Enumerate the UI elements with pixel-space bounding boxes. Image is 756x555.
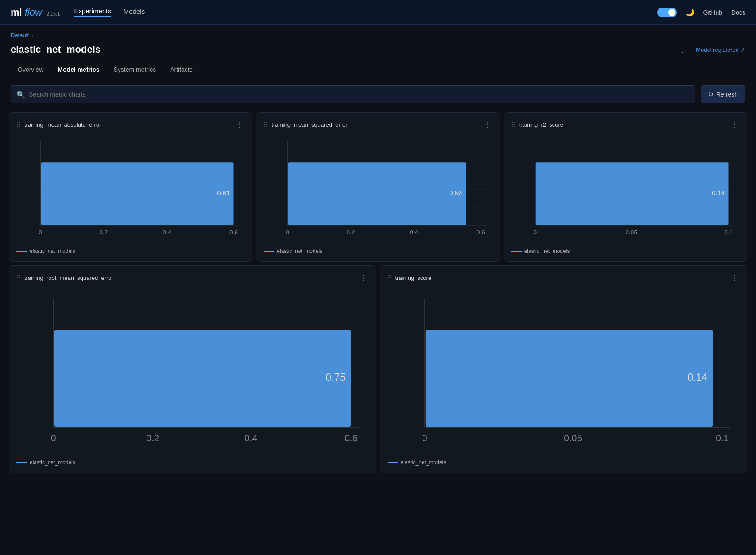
svg-rect-53 [425, 330, 713, 427]
chart-menu-button-3[interactable]: ⋮ [729, 120, 740, 130]
chart-header-1: ⠿ training_mean_absolute_error ⋮ [16, 120, 245, 130]
legend-label-3: elastic_net_models [524, 248, 570, 254]
chart-title-5: training_score [395, 275, 432, 281]
tab-model-metrics[interactable]: Model metrics [50, 62, 106, 78]
moon-icon: 🌙 [686, 8, 694, 16]
page-title: elastic_net_models [11, 44, 101, 55]
search-icon: 🔍 [16, 90, 25, 99]
chart-legend-1: elastic_net_models [16, 248, 245, 254]
breadcrumb-parent[interactable]: Default [11, 32, 29, 39]
chart-legend-5: elastic_net_models [388, 459, 740, 466]
chart-legend-4: elastic_net_models [16, 459, 369, 466]
charts-bottom-grid: ⠿ training_root_mean_squared_error ⋮ 0.7… [0, 264, 756, 482]
chart-title-row-4: ⠿ training_root_mean_squared_error [16, 274, 113, 281]
chart-svg-3: 0.14 0 0.05 0.1 elastic_net_models [511, 135, 740, 254]
legend-label-2: elastic_net_models [277, 248, 322, 254]
model-registered-label: Model registered [696, 47, 739, 53]
svg-text:0.61: 0.61 [217, 189, 230, 197]
chart-svg-5: 0.14 0 0.05 0.1 elastic_net_models [388, 288, 740, 466]
docs-link[interactable]: Docs [731, 9, 745, 16]
svg-rect-30 [535, 162, 728, 225]
chart-card-2: ⠿ training_mean_squared_error ⋮ 0.56 0 0… [256, 112, 500, 262]
svg-text:0.2: 0.2 [100, 229, 108, 236]
legend-label-4: elastic_net_models [30, 459, 75, 466]
chart-menu-button-2[interactable]: ⋮ [482, 120, 492, 130]
chart-legend-2: elastic_net_models [264, 248, 492, 254]
svg-text:0.6: 0.6 [477, 229, 485, 236]
drag-handle-4[interactable]: ⠿ [16, 274, 21, 281]
chart-title-row-5: ⠿ training_score [388, 274, 432, 281]
svg-text:0: 0 [533, 229, 537, 236]
chart-menu-button-4[interactable]: ⋮ [358, 273, 369, 283]
drag-handle-1[interactable]: ⠿ [16, 121, 21, 128]
svg-text:0.4: 0.4 [410, 229, 419, 236]
svg-text:0.14: 0.14 [712, 189, 725, 197]
chart-header-3: ⠿ training_r2_score ⋮ [511, 120, 740, 130]
svg-text:0.05: 0.05 [564, 433, 582, 443]
svg-text:0.1: 0.1 [716, 433, 729, 443]
svg-text:0: 0 [39, 229, 43, 236]
svg-text:0.14: 0.14 [687, 372, 707, 383]
svg-text:0.6: 0.6 [229, 229, 238, 236]
svg-rect-18 [288, 162, 466, 225]
tab-overview[interactable]: Overview [11, 62, 50, 78]
chart-card-4: ⠿ training_root_mean_squared_error ⋮ 0.7… [9, 265, 376, 473]
svg-text:0.2: 0.2 [347, 229, 355, 236]
svg-text:0.4: 0.4 [163, 229, 171, 236]
refresh-button[interactable]: ↻ Refresh [701, 85, 745, 103]
tabs: Overview Model metrics System metrics Ar… [0, 62, 756, 78]
drag-handle-3[interactable]: ⠿ [511, 121, 516, 128]
search-row: 🔍 ↻ Refresh [11, 85, 745, 103]
chart-legend-3: elastic_net_models [511, 248, 740, 254]
breadcrumb: Default › [11, 32, 745, 39]
legend-line-3 [511, 251, 522, 252]
chart-header-2: ⠿ training_mean_squared_error ⋮ [264, 120, 492, 130]
search-bar-area: 🔍 ↻ Refresh [0, 78, 756, 110]
drag-handle-2[interactable]: ⠿ [264, 121, 268, 128]
legend-label-5: elastic_net_models [401, 459, 446, 466]
model-registered-link[interactable]: Model registered ↗ [696, 47, 745, 53]
charts-top-grid: ⠿ training_mean_absolute_error ⋮ 0.61 0 [0, 110, 756, 264]
title-actions: ⋮ Model registered ↗ [677, 43, 745, 56]
chart-svg-1: 0.61 0 0.2 0.4 0.6 elastic_net_models [16, 135, 245, 254]
svg-text:0.56: 0.56 [450, 189, 462, 197]
legend-line-4 [16, 462, 27, 463]
svg-text:0: 0 [286, 229, 290, 236]
svg-text:0.6: 0.6 [345, 433, 357, 443]
external-link-icon: ↗ [740, 47, 745, 53]
chart-title-2: training_mean_squared_error [271, 121, 347, 128]
chart-svg-2: 0.56 0 0.2 0.4 0.6 elastic_net_models [264, 135, 492, 254]
chart-title-3: training_r2_score [519, 121, 563, 128]
nav-models[interactable]: Models [124, 8, 145, 17]
search-input[interactable] [29, 91, 690, 98]
chart-title-1: training_mean_absolute_error [24, 121, 101, 128]
refresh-icon: ↻ [708, 91, 713, 98]
theme-toggle[interactable] [657, 8, 677, 17]
svg-rect-6 [41, 162, 234, 225]
chart-menu-button-1[interactable]: ⋮ [234, 120, 245, 130]
chart-menu-button-5[interactable]: ⋮ [729, 273, 740, 283]
tab-system-metrics[interactable]: System metrics [107, 62, 163, 78]
svg-text:0: 0 [422, 433, 427, 443]
drag-handle-5[interactable]: ⠿ [388, 274, 392, 281]
chart-header-4: ⠿ training_root_mean_squared_error ⋮ [16, 273, 369, 283]
chart-card-3: ⠿ training_r2_score ⋮ 0.14 0 0.05 0.1 [504, 112, 747, 262]
chart-title-row-1: ⠿ training_mean_absolute_error [16, 121, 101, 128]
svg-text:0.75: 0.75 [326, 372, 345, 383]
more-options-button[interactable]: ⋮ [677, 43, 689, 56]
svg-text:0.2: 0.2 [146, 433, 159, 443]
version-label: 2.15.1 [47, 11, 60, 16]
tab-artifacts[interactable]: Artifacts [163, 62, 200, 78]
nav-experiments[interactable]: Experiments [74, 7, 111, 17]
svg-text:0: 0 [51, 433, 56, 443]
refresh-label: Refresh [716, 91, 738, 98]
github-link[interactable]: GitHub [703, 9, 723, 16]
logo-ml: ml [11, 7, 22, 18]
chart-title-4: training_root_mean_squared_error [24, 275, 113, 281]
svg-text:0.4: 0.4 [244, 433, 257, 443]
chart-title-row-3: ⠿ training_r2_score [511, 121, 563, 128]
nav-links: Experiments Models [74, 7, 145, 17]
logo-flow: flow [25, 7, 42, 18]
svg-text:0.1: 0.1 [724, 229, 733, 236]
search-input-wrap: 🔍 [11, 85, 695, 103]
